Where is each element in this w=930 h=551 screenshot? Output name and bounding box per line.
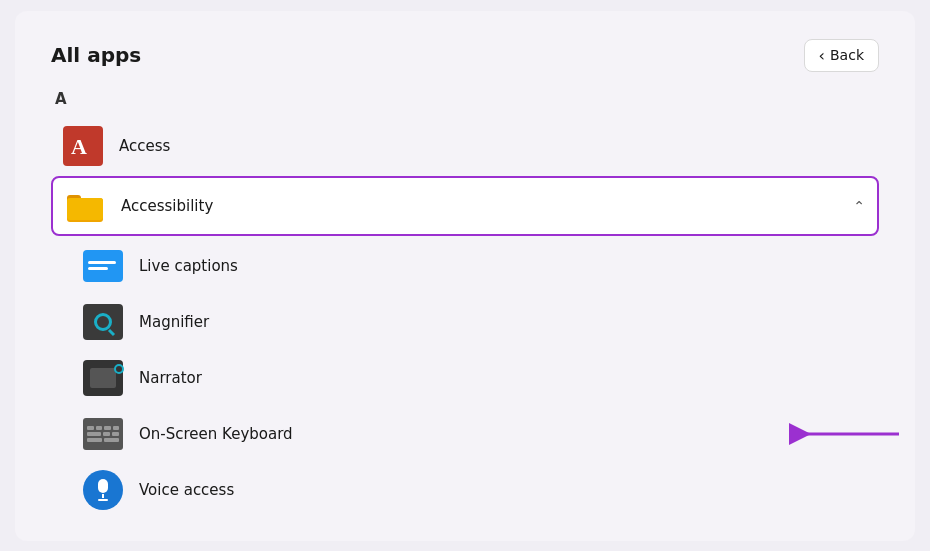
svg-text:A: A bbox=[71, 134, 87, 159]
app-item-narrator[interactable]: Narrator bbox=[71, 350, 879, 406]
folder-icon bbox=[65, 186, 105, 226]
access-icon: A bbox=[63, 126, 103, 166]
live-captions-icon bbox=[83, 246, 123, 286]
app-item-live-captions[interactable]: Live captions bbox=[71, 238, 879, 294]
page-title: All apps bbox=[51, 43, 141, 67]
section-letter-a: A bbox=[51, 90, 879, 108]
access-label: Access bbox=[119, 137, 867, 155]
on-screen-keyboard-label: On-Screen Keyboard bbox=[139, 425, 867, 443]
voice-access-label: Voice access bbox=[139, 481, 867, 499]
chevron-up-icon: ⌃ bbox=[853, 198, 865, 214]
keyboard-icon bbox=[83, 414, 123, 454]
app-item-magnifier[interactable]: Magnifier bbox=[71, 294, 879, 350]
narrator-label: Narrator bbox=[139, 369, 867, 387]
back-label: Back bbox=[830, 47, 864, 63]
app-item-access[interactable]: A Access bbox=[51, 118, 879, 174]
arrow-annotation bbox=[789, 414, 909, 454]
app-item-accessibility[interactable]: Accessibility ⌃ bbox=[51, 176, 879, 236]
app-item-on-screen-keyboard[interactable]: On-Screen Keyboard bbox=[71, 406, 879, 462]
accessibility-label: Accessibility bbox=[121, 197, 837, 215]
back-button[interactable]: ‹ Back bbox=[804, 39, 879, 72]
all-apps-panel: All apps ‹ Back A A Access bbox=[15, 11, 915, 541]
voice-icon bbox=[83, 470, 123, 510]
magnifier-icon bbox=[83, 302, 123, 342]
back-chevron-icon: ‹ bbox=[819, 46, 825, 65]
svg-rect-4 bbox=[67, 198, 103, 220]
sub-items-list: Live captions Magnifier bbox=[51, 238, 879, 518]
app-item-voice-access[interactable]: Voice access bbox=[71, 462, 879, 518]
live-captions-label: Live captions bbox=[139, 257, 867, 275]
app-list: A Access Accessibility ⌃ bbox=[51, 118, 879, 518]
magnifier-label: Magnifier bbox=[139, 313, 867, 331]
narrator-icon bbox=[83, 358, 123, 398]
header: All apps ‹ Back bbox=[51, 39, 879, 72]
